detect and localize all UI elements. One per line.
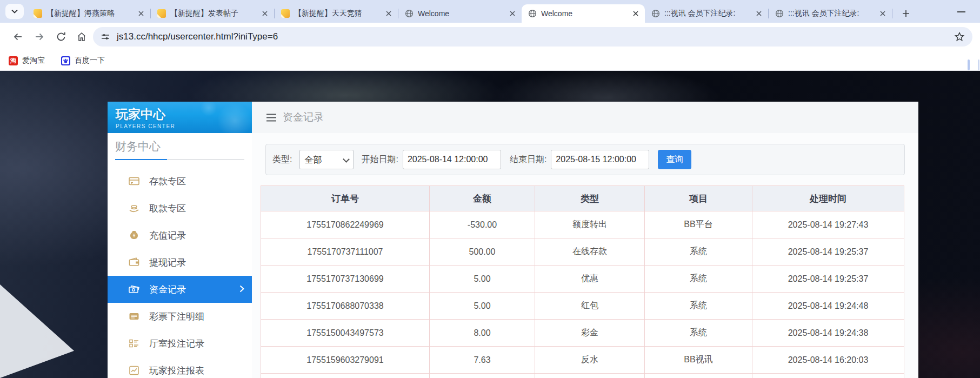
tab-fabiaotiezi[interactable]: 【新提醒】发表帖子 <box>151 4 274 23</box>
start-date-label: 开始日期: <box>361 154 398 165</box>
sidebar-item-recharge-record[interactable]: ¥ 充值记录 <box>108 222 252 249</box>
sidebar-item-hall-bet-record[interactable]: 厅室投注记录 <box>108 330 252 357</box>
funds-record-icon <box>128 283 140 295</box>
sidebar-item-player-bet-report[interactable]: 玩家投注报表 <box>108 357 252 378</box>
type-label: 类型: <box>272 154 292 165</box>
tab-label: :::视讯 会员下注纪录: <box>664 9 750 18</box>
tab-shixun-2[interactable]: :::视讯 会员下注纪录: <box>769 4 892 23</box>
url-text[interactable]: js13.cc/hhcp/usercenter.html?iniType=6 <box>117 31 278 42</box>
col-header-project: 项目 <box>645 186 752 211</box>
bookmarks-edge-marker <box>978 59 979 70</box>
tab-separator <box>274 9 275 18</box>
end-date-input[interactable] <box>551 150 649 169</box>
svg-text:¥: ¥ <box>132 234 135 238</box>
lottery-detail-icon <box>128 310 140 322</box>
cell-amount: 500.00 <box>430 238 535 266</box>
sidebar-subtitle: PLAYERS CENTER <box>116 123 252 129</box>
sidebar-item-label: 取款专区 <box>149 202 186 215</box>
table-row: 1755170862249969 -530.00 额度转出 BB平台 2025-… <box>261 211 904 238</box>
cell-time: 2025-08-14 19:25:37 <box>752 266 904 293</box>
reload-icon <box>56 31 66 42</box>
main-panel: 资金记录 类型: 全部 开始日期: 结束日期: 查询 订单号 金额 <box>252 102 918 378</box>
tab-label: Welcome <box>541 9 626 18</box>
tab-separator <box>398 9 398 18</box>
tab-tiantianjingcai[interactable]: 【新提醒】天天竞猜 <box>275 4 398 23</box>
tab-search-chevron-button[interactable] <box>5 4 24 19</box>
cell-type: 红包 <box>535 293 645 320</box>
tab-shixun-1[interactable]: :::视讯 会员下注纪录: <box>645 4 768 23</box>
address-bar[interactable]: js13.cc/hhcp/usercenter.html?iniType=6 <box>93 27 972 47</box>
tab-welcome-active[interactable]: Welcome <box>522 4 645 23</box>
plus-icon <box>902 10 910 17</box>
type-select[interactable]: 全部 <box>299 150 354 169</box>
cell-project: BB平台 <box>645 211 752 238</box>
close-tab-icon[interactable] <box>136 9 146 18</box>
reload-button[interactable] <box>52 28 70 46</box>
report-chart-icon <box>128 364 140 376</box>
type-select-wrap: 全部 <box>299 150 354 169</box>
close-tab-icon[interactable] <box>384 9 394 18</box>
bookmark-label: 百度一下 <box>75 56 105 65</box>
tab-separator <box>892 9 892 18</box>
bookmark-star-icon[interactable] <box>954 31 965 42</box>
chevron-right-icon <box>239 285 244 293</box>
page-title: 资金记录 <box>283 110 324 124</box>
cell-order-no: 1755170688070338 <box>261 293 430 320</box>
sidebar-item-label: 玩家投注报表 <box>149 364 204 377</box>
sidebar: 玩家中心 PLAYERS CENTER 财务中心 存款专区 取款专区 ¥ 充值记… <box>108 102 252 378</box>
sidebar-item-lottery-bet-detail[interactable]: 彩票下注明细 <box>108 303 252 330</box>
browser-toolbar: js13.cc/hhcp/usercenter.html?iniType=6 <box>0 23 980 51</box>
cell-time: 2025-08-14 19:27:43 <box>752 211 904 238</box>
table-row: 1755159603279091 7.63 反水 BB视讯 2025-08-14… <box>261 347 904 374</box>
sidebar-item-label: 存款专区 <box>149 175 186 188</box>
sidebar-section-title: 财务中心 <box>115 138 252 155</box>
cell-project: 系统 <box>645 320 752 347</box>
cell-type: 优惠 <box>535 266 645 293</box>
back-button[interactable] <box>9 28 27 46</box>
tab-haiyan[interactable]: 【新提醒】海燕策略 <box>27 4 150 23</box>
new-tab-button[interactable] <box>898 5 914 22</box>
close-tab-icon[interactable] <box>878 9 888 18</box>
cell-amount: -530.00 <box>430 211 535 238</box>
col-header-type: 类型 <box>535 186 645 211</box>
minimize-icon <box>957 11 965 12</box>
site-info-icon[interactable] <box>101 32 110 42</box>
cell-amount: 5.00 <box>430 266 535 293</box>
cell-order-no: 1755159603279091 <box>261 347 430 374</box>
close-tab-icon[interactable] <box>631 9 641 18</box>
cell-amount: 5.00 <box>430 293 535 320</box>
table-header-row: 订单号 金额 类型 项目 处理时间 <box>261 186 904 211</box>
bookmark-taobao[interactable]: 淘 爱淘宝 <box>9 56 45 65</box>
menu-icon[interactable] <box>266 114 277 122</box>
tab-label: 【新提醒】海燕策略 <box>46 9 132 18</box>
tab-separator <box>150 9 151 18</box>
cell-type: 在线存款 <box>535 238 645 266</box>
home-button[interactable] <box>72 28 91 46</box>
cell-time: 2025-08-14 19:24:48 <box>752 293 904 320</box>
sidebar-item-funds-record[interactable]: 资金记录 <box>108 276 252 303</box>
start-date-input[interactable] <box>403 150 501 169</box>
funds-table-wrap: 订单号 金额 类型 项目 处理时间 1755170862249969 -530.… <box>261 185 904 378</box>
close-tab-icon[interactable] <box>508 9 517 18</box>
withdraw-hand-icon <box>128 202 140 214</box>
forum-favicon <box>281 9 290 18</box>
forward-button[interactable] <box>30 28 49 46</box>
bookmark-baidu[interactable]: 百度一下 <box>61 56 105 65</box>
minimize-button[interactable] <box>954 7 968 17</box>
background-triangle-graphic <box>0 284 74 378</box>
sidebar-item-withdrawal-record[interactable]: 提现记录 <box>108 249 252 276</box>
col-header-order-no: 订单号 <box>261 186 430 211</box>
tab-welcome-1[interactable]: Welcome <box>398 4 522 23</box>
sidebar-item-withdraw[interactable]: 取款专区 <box>108 195 252 222</box>
cell-time: 2025-08-14 16:20:03 <box>752 347 904 374</box>
close-tab-icon[interactable] <box>754 9 764 18</box>
cell-time: 2025-08-14 19:25:37 <box>752 238 904 266</box>
sidebar-item-label: 彩票下注明细 <box>149 310 204 323</box>
sidebar-item-deposit[interactable]: 存款专区 <box>108 168 252 195</box>
close-tab-icon[interactable] <box>260 9 270 18</box>
cell-project: BB视讯 <box>645 347 752 374</box>
globe-favicon <box>651 9 660 18</box>
sidebar-item-label: 资金记录 <box>149 283 186 296</box>
query-button[interactable]: 查询 <box>658 150 691 169</box>
cell-project: 系统 <box>645 293 752 320</box>
